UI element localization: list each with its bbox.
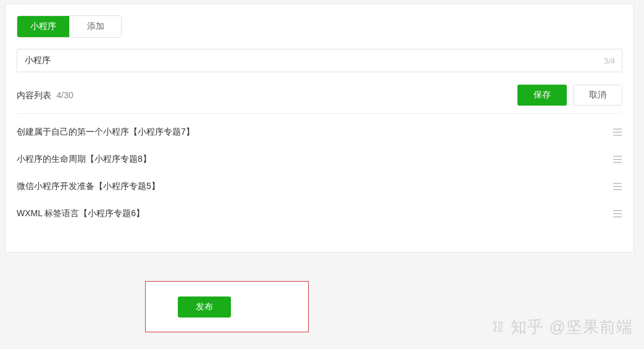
list-item-label: WXML 标签语言【小程序专题6】 bbox=[17, 208, 144, 219]
list-count: 4/30 bbox=[56, 90, 73, 100]
drag-handle-icon[interactable] bbox=[613, 128, 622, 136]
drag-handle-icon[interactable] bbox=[613, 156, 622, 163]
list-item-label: 小程序的生命周期【小程序专题8】 bbox=[17, 154, 151, 165]
tab-add[interactable]: 添加 bbox=[69, 16, 121, 37]
watermark-text: 知乎 @坚果前端 bbox=[511, 316, 633, 338]
name-input-row: 3/4 bbox=[17, 49, 622, 72]
list-item[interactable]: 微信小程序开发准备【小程序专题5】 bbox=[17, 173, 622, 200]
tab-group: 小程序 添加 bbox=[17, 15, 122, 38]
tab-label: 小程序 bbox=[30, 21, 56, 32]
content-list: 创建属于自己的第一个小程序【小程序专题7】 小程序的生命周期【小程序专题8】 微… bbox=[17, 119, 622, 227]
list-title: 内容列表 bbox=[17, 90, 51, 100]
save-button[interactable]: 保存 bbox=[517, 85, 567, 106]
watermark: 知乎 @坚果前端 bbox=[490, 316, 633, 338]
tab-miniprogram[interactable]: 小程序 bbox=[17, 16, 69, 37]
publish-label: 发布 bbox=[196, 301, 213, 313]
list-item-label: 微信小程序开发准备【小程序专题5】 bbox=[17, 181, 160, 192]
list-title-wrap: 内容列表 4/30 bbox=[17, 90, 73, 101]
divider bbox=[17, 113, 622, 114]
char-counter: 3/4 bbox=[604, 56, 615, 65]
list-header: 内容列表 4/30 保存 取消 bbox=[17, 85, 622, 106]
drag-handle-icon[interactable] bbox=[613, 210, 622, 217]
tab-label: 添加 bbox=[87, 21, 104, 32]
cancel-button[interactable]: 取消 bbox=[573, 85, 622, 106]
name-input[interactable] bbox=[17, 49, 622, 72]
zhihu-logo-icon bbox=[490, 319, 506, 335]
list-item[interactable]: 创建属于自己的第一个小程序【小程序专题7】 bbox=[17, 119, 622, 146]
cancel-label: 取消 bbox=[589, 90, 606, 101]
list-item[interactable]: WXML 标签语言【小程序专题6】 bbox=[17, 200, 622, 227]
save-label: 保存 bbox=[533, 90, 551, 101]
publish-button[interactable]: 发布 bbox=[178, 296, 231, 317]
list-item-label: 创建属于自己的第一个小程序【小程序专题7】 bbox=[17, 127, 194, 138]
main-panel: 小程序 添加 3/4 内容列表 4/30 保存 取消 创建属于自己的第一个小程序… bbox=[5, 4, 634, 253]
list-actions: 保存 取消 bbox=[517, 85, 622, 106]
drag-handle-icon[interactable] bbox=[613, 183, 622, 190]
publish-highlight-box: 发布 bbox=[145, 281, 309, 332]
list-item[interactable]: 小程序的生命周期【小程序专题8】 bbox=[17, 146, 622, 173]
